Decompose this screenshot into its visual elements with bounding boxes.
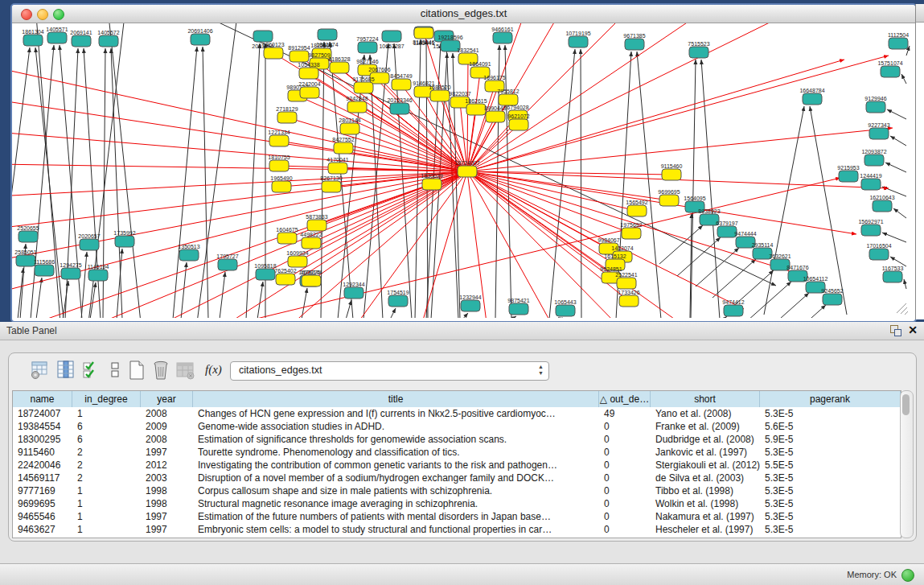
row-height-icon[interactable] [105, 360, 126, 381]
network-node[interactable]: 2520655 [17, 225, 39, 242]
network-node[interactable]: 8267130 [320, 175, 342, 192]
network-node[interactable]: 1125441 [413, 27, 435, 46]
function-builder-icon[interactable]: f(x) [205, 363, 222, 377]
network-node[interactable]: 1810755 [268, 154, 290, 171]
network-node[interactable]: 8912954 [288, 45, 310, 62]
network-node[interactable]: 1975692 [620, 222, 642, 239]
table-settings-icon[interactable] [30, 360, 51, 381]
select-column-icon[interactable] [55, 360, 76, 381]
network-node[interactable]: 8990448 [484, 105, 506, 122]
network-node[interactable]: 1861304 [22, 29, 43, 46]
network-node[interactable]: 9875421 [507, 298, 529, 315]
network-node[interactable]: 1860123 [262, 42, 284, 59]
network-node[interactable]: 7957224 [356, 36, 378, 53]
network-node[interactable]: 9245652 [821, 288, 843, 305]
network-node[interactable]: 1609934 [286, 250, 308, 267]
table-row[interactable]: 969969511998Structural magnetic resonanc… [13, 497, 901, 510]
network-node[interactable]: 2242004 [298, 81, 320, 98]
network-node[interactable]: 1145194 [88, 264, 109, 281]
network-node[interactable]: 1965490 [270, 175, 292, 192]
column-header-out_de[interactable]: △ out_de… [599, 391, 651, 407]
network-node[interactable]: 1221334 [268, 130, 290, 146]
network-node[interactable]: 16648784 [799, 88, 824, 105]
network-node[interactable]: 1232944 [459, 295, 481, 311]
column-header-short[interactable]: short [651, 391, 760, 407]
network-hub-node[interactable]: 18724007 [454, 160, 479, 177]
new-file-icon[interactable] [126, 360, 147, 381]
table-row[interactable]: 1872400712008Changes of HCN gene express… [13, 407, 901, 420]
table-source-select[interactable]: citations_edges.txt ▲▼ [230, 361, 549, 381]
show-columns-icon[interactable] [81, 360, 102, 381]
network-node[interactable]: 1609144 [300, 270, 322, 286]
network-node[interactable]: 1112504 [888, 32, 909, 49]
network-node[interactable]: 1167533 [882, 266, 904, 282]
network-node[interactable]: 9466161 [491, 27, 513, 43]
network-node[interactable]: 1588520 [429, 84, 450, 101]
table-scrollbar-thumb[interactable] [902, 394, 910, 415]
float-panel-icon[interactable] [890, 325, 901, 336]
table-scrollbar[interactable] [900, 390, 914, 538]
network-node[interactable]: 10719195 [565, 31, 590, 47]
table-row[interactable]: 1456911722003Disruption of a novel membe… [13, 472, 901, 484]
network-node[interactable]: 9242848 [346, 96, 368, 113]
window-titlebar[interactable]: citations_edges.txt [12, 5, 915, 23]
network-node[interactable]: 1244419 [860, 173, 881, 190]
network-node[interactable]: 15692971 [858, 219, 883, 236]
network-node[interactable]: 9699695 [658, 189, 680, 206]
resize-grip-icon[interactable] [897, 303, 908, 315]
network-node[interactable]: 9474412 [722, 299, 744, 316]
network-node[interactable]: 9129946 [864, 96, 886, 113]
network-node[interactable]: 9215953 [837, 165, 859, 182]
network-node[interactable]: 20691406 [187, 28, 212, 45]
column-header-name[interactable]: name [13, 391, 72, 407]
network-node[interactable]: 1565492 [626, 200, 647, 216]
network-node[interactable]: 1604675 [276, 227, 298, 244]
network-node[interactable]: 1405571 [46, 27, 68, 43]
network-node[interactable]: 2020657 [78, 233, 100, 250]
network-node[interactable]: 1054338 [298, 62, 319, 79]
table-row[interactable]: 946554611997Estimation of the future num… [13, 510, 901, 523]
network-node[interactable]: 1735992 [113, 230, 135, 247]
network-node[interactable]: 16210643 [869, 195, 894, 212]
column-header-pagerank[interactable]: pagerank [760, 391, 901, 407]
network-node[interactable]: 9227343 [868, 122, 889, 139]
table-row[interactable]: 977716911998Corpus callosum shape and si… [13, 484, 901, 497]
network-node[interactable]: 12093872 [861, 149, 886, 166]
network-node[interactable]: 7515523 [688, 41, 709, 58]
network-node[interactable]: 9621072 [507, 113, 529, 130]
column-header-in_degree[interactable]: in_degree [72, 391, 141, 407]
network-node[interactable]: 1754519 [387, 290, 409, 307]
network-node[interactable]: 2069141 [70, 30, 92, 47]
network-node[interactable]: 5873833 [306, 214, 327, 231]
network-node[interactable]: 8186328 [328, 56, 350, 73]
table-row[interactable]: 946362711997Embryonic stem cells: a mode… [13, 523, 901, 536]
delete-table-disabled-icon[interactable] [175, 360, 195, 381]
network-node[interactable]: 1830029 [421, 173, 442, 190]
network-node[interactable]: 1733426 [618, 290, 639, 307]
network-node[interactable]: 10653287 [379, 31, 404, 49]
network-canvas[interactable]: 1861304140557120691411405572206914062091… [12, 23, 912, 318]
network-node[interactable]: 1292344 [343, 282, 364, 299]
network-node[interactable]: 2718129 [276, 106, 298, 123]
memory-status-indicator[interactable] [901, 569, 914, 582]
background-window-sliver[interactable] [915, 4, 924, 319]
delete-icon[interactable] [150, 360, 171, 381]
network-node[interactable]: 20153346 [387, 97, 412, 114]
network-node[interactable]: 2803144 [339, 117, 360, 134]
table-row[interactable]: 911546021997Tourette syndrome. Phenomeno… [13, 446, 901, 459]
network-node[interactable]: 1350513 [178, 244, 199, 261]
network-node[interactable]: 1405572 [97, 30, 119, 47]
network-node[interactable]: 4498222 [300, 232, 322, 249]
network-node[interactable]: 7625402 [274, 268, 296, 285]
table-row[interactable]: 1830029562008Estimation of significance … [13, 433, 901, 446]
network-node[interactable]: 17016504 [866, 243, 891, 260]
network-node[interactable]: 1115686 [34, 259, 55, 276]
network-node[interactable]: 4170041 [326, 157, 348, 174]
network-node[interactable]: 1095818 [254, 263, 276, 280]
close-panel-icon[interactable]: ✕ [908, 323, 918, 336]
network-node[interactable]: 1795727 [216, 253, 238, 270]
column-header-title[interactable]: title [193, 391, 599, 407]
network-node[interactable]: 9175685 [352, 76, 374, 93]
table-row[interactable]: 2242004622012Investigating the contribut… [13, 459, 901, 472]
table-row[interactable]: 1938455462009Genome-wide association stu… [13, 420, 901, 433]
